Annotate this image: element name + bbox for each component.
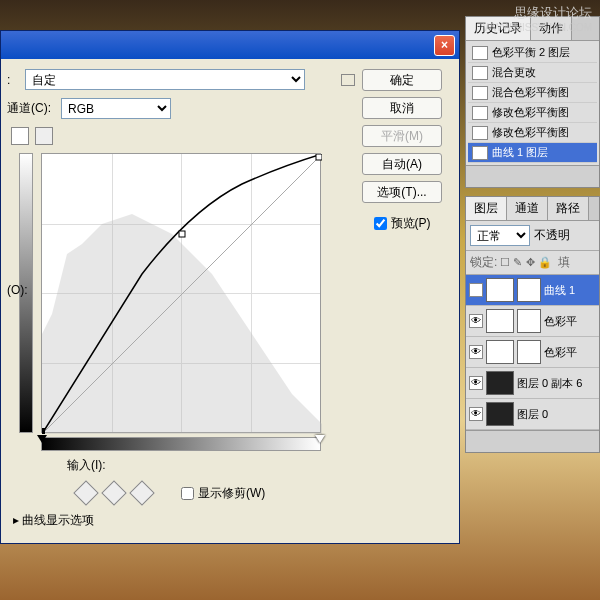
auto-button[interactable]: 自动(A)	[362, 153, 442, 175]
curve-svg	[42, 154, 322, 434]
visibility-icon[interactable]: 👁	[469, 314, 483, 328]
history-item[interactable]: 曲线 1 图层	[468, 143, 597, 163]
lock-label: 锁定:	[470, 255, 497, 269]
white-eyedropper-icon[interactable]	[129, 480, 154, 505]
watermark-url: WWW.MISSYUAN.COM	[483, 22, 592, 33]
visibility-icon[interactable]: 👁	[469, 407, 483, 421]
curve-display-options[interactable]: 曲线显示选项	[13, 512, 355, 529]
history-panel: 历史记录 动作 色彩平衡 2 图层混合更改混合色彩平衡图修改色彩平衡图修改色彩平…	[465, 16, 600, 188]
curve-tool-icon[interactable]	[11, 127, 29, 145]
white-point-slider[interactable]	[315, 435, 325, 443]
svg-rect-1	[179, 231, 185, 237]
preset-menu-icon[interactable]	[341, 74, 355, 86]
history-step-icon	[472, 66, 488, 80]
history-item[interactable]: 混合更改	[468, 63, 597, 83]
tab-channels[interactable]: 通道	[507, 197, 548, 220]
blend-mode-select[interactable]: 正常	[470, 225, 530, 246]
layer-thumb	[486, 278, 514, 302]
layer-thumb	[486, 309, 514, 333]
black-point-slider[interactable]	[37, 435, 47, 443]
svg-rect-3	[42, 428, 45, 434]
history-item[interactable]: 修改色彩平衡图	[468, 123, 597, 143]
cancel-button[interactable]: 取消	[362, 97, 442, 119]
watermark-text: 思缘设计论坛	[514, 4, 592, 22]
pencil-tool-icon[interactable]	[35, 127, 53, 145]
history-item[interactable]: 修改色彩平衡图	[468, 103, 597, 123]
gray-eyedropper-icon[interactable]	[101, 480, 126, 505]
layer-row[interactable]: 👁色彩平	[466, 306, 599, 337]
history-item[interactable]: 混合色彩平衡图	[468, 83, 597, 103]
channel-label: 通道(C):	[7, 100, 57, 117]
preset-label: :	[7, 73, 21, 87]
layer-row[interactable]: 👁图层 0	[466, 399, 599, 430]
layers-footer	[466, 430, 599, 452]
curve-grid[interactable]: (O):	[41, 153, 355, 433]
close-icon[interactable]: ×	[434, 35, 455, 56]
curves-dialog: × : 自定 通道(C): RGB (O):	[0, 30, 460, 544]
history-step-icon	[472, 46, 488, 60]
preset-select[interactable]: 自定	[25, 69, 305, 90]
layer-mask	[517, 309, 541, 333]
visibility-icon[interactable]: 👁	[469, 376, 483, 390]
smooth-button: 平滑(M)	[362, 125, 442, 147]
history-item[interactable]: 色彩平衡 2 图层	[468, 43, 597, 63]
layers-panel: 图层 通道 路径 正常 不透明 锁定: ☐ ✎ ✥ 🔒 填 👁曲线 1👁色彩平👁…	[465, 196, 600, 453]
layer-thumb	[486, 371, 514, 395]
tab-layers[interactable]: 图层	[466, 197, 507, 220]
ok-button[interactable]: 确定	[362, 69, 442, 91]
show-clipping-checkbox[interactable]: 显示修剪(W)	[181, 485, 265, 502]
layer-thumb	[486, 402, 514, 426]
opacity-label: 不透明	[534, 227, 570, 244]
channel-select[interactable]: RGB	[61, 98, 171, 119]
layer-mask	[517, 340, 541, 364]
tab-paths[interactable]: 路径	[548, 197, 589, 220]
history-step-icon	[472, 86, 488, 100]
svg-rect-2	[316, 154, 322, 160]
options-button[interactable]: 选项(T)...	[362, 181, 442, 203]
history-step-icon	[472, 106, 488, 120]
layer-row[interactable]: 👁曲线 1	[466, 275, 599, 306]
input-gradient	[41, 437, 321, 451]
layer-thumb	[486, 340, 514, 364]
history-step-icon	[472, 146, 488, 160]
output-label: (O):	[7, 283, 28, 297]
black-eyedropper-icon[interactable]	[73, 480, 98, 505]
history-step-icon	[472, 126, 488, 140]
layer-row[interactable]: 👁色彩平	[466, 337, 599, 368]
visibility-icon[interactable]: 👁	[469, 345, 483, 359]
preview-checkbox[interactable]: 预览(P)	[374, 215, 431, 232]
history-footer	[466, 165, 599, 187]
layer-mask	[517, 278, 541, 302]
layer-row[interactable]: 👁图层 0 副本 6	[466, 368, 599, 399]
input-label: 输入(I):	[67, 457, 106, 474]
visibility-icon[interactable]: 👁	[469, 283, 483, 297]
titlebar[interactable]: ×	[1, 31, 459, 59]
